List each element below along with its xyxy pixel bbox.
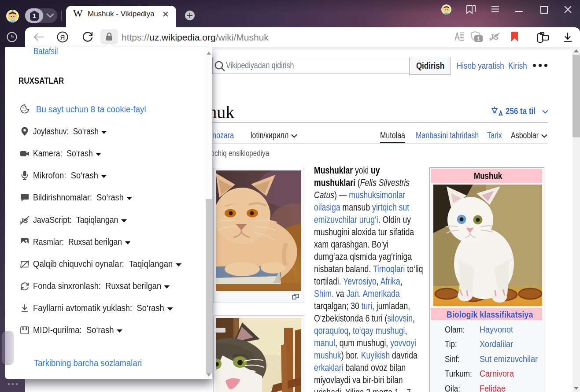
svg-text:1: 1 bbox=[477, 36, 480, 42]
svg-text:1: 1 bbox=[33, 12, 36, 19]
svg-text:Я: Я bbox=[60, 33, 65, 41]
